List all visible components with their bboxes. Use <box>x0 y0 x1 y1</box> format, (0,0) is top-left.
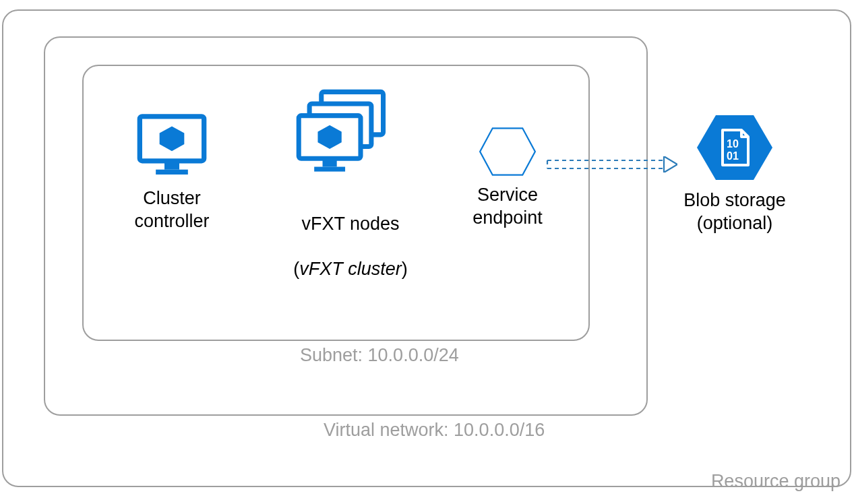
blob-storage-item: 10 01 Blob storage (optional) <box>674 111 795 235</box>
subnet-caption: Subnet: 10.0.0.0/24 <box>300 345 459 366</box>
vm-monitor-icon <box>108 108 236 182</box>
vfxt-nodes-item: vFXT nodes (vFXT cluster) <box>263 84 438 281</box>
svg-text:10: 10 <box>727 138 739 150</box>
virtual-network-caption: Virtual network: 10.0.0.0/16 <box>324 420 545 441</box>
service-endpoint-item: Service endpoint <box>457 125 558 230</box>
svg-rect-8 <box>314 167 345 172</box>
vfxt-nodes-label-open: ( <box>293 259 299 279</box>
svg-marker-10 <box>480 128 535 175</box>
cluster-controller-item: Cluster controller <box>108 108 236 233</box>
vfxt-nodes-label-line1: vFXT nodes <box>301 214 399 234</box>
svg-rect-2 <box>156 170 188 175</box>
vfxt-nodes-label-close: ) <box>402 259 408 279</box>
svg-rect-7 <box>323 158 337 166</box>
vfxt-nodes-label: vFXT nodes (vFXT cluster) <box>263 190 438 281</box>
flow-arrow-icon <box>546 156 677 172</box>
vfxt-nodes-label-italic: vFXT cluster <box>299 259 402 279</box>
hexagon-icon <box>457 125 558 179</box>
resource-group-caption: Resource group <box>711 471 841 492</box>
svg-rect-1 <box>164 161 179 170</box>
cluster-controller-label: Cluster controller <box>108 187 236 233</box>
svg-marker-17 <box>664 156 677 172</box>
diagram-canvas: Resource group Virtual network: 10.0.0.0… <box>0 0 854 504</box>
svg-marker-3 <box>160 127 185 152</box>
blob-storage-icon: 10 01 <box>674 111 795 184</box>
blob-storage-label: Blob storage (optional) <box>674 189 795 235</box>
vm-monitor-stack-icon <box>263 84 438 185</box>
service-endpoint-label: Service endpoint <box>457 184 558 230</box>
svg-text:01: 01 <box>727 150 739 162</box>
